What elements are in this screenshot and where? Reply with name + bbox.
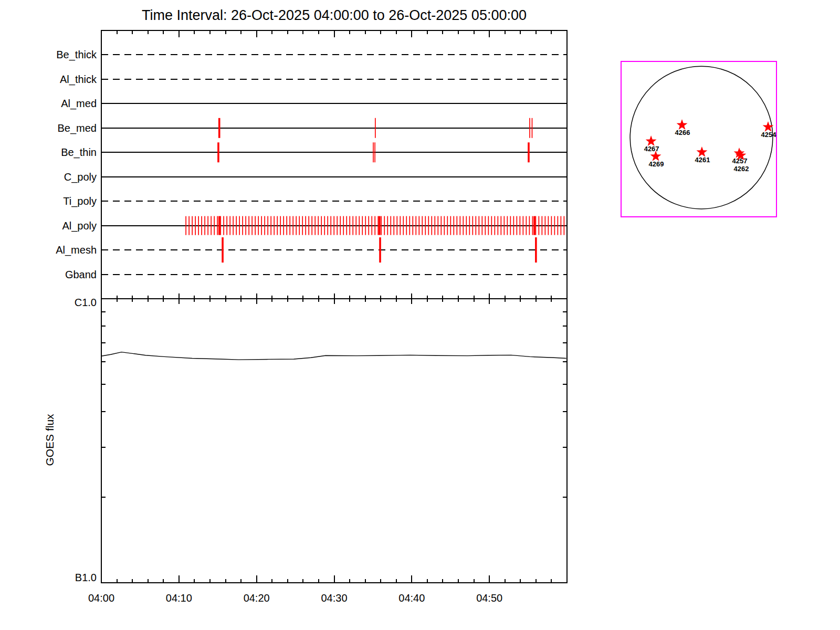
active-region-label-4261: 4261: [695, 156, 710, 164]
x-tick-label: 04:50: [476, 592, 502, 604]
active-region-label-4254: 4254: [761, 131, 777, 139]
active-region-star-4266: [677, 119, 688, 130]
x-tick-label: 04:10: [166, 592, 192, 604]
active-region-label-4262: 4262: [733, 165, 749, 173]
y-axis-top-label: C1.0: [75, 297, 97, 308]
plot-canvas: Be_thickAl_thickAl_medBe_medBe_thinC_pol…: [0, 0, 840, 630]
active-region-star-4261: [697, 146, 708, 157]
filter-label-Be_thin: Be_thin: [61, 146, 97, 159]
active-region-label-4267: 4267: [644, 145, 659, 153]
figure-title: Time Interval: 26-Oct-2025 04:00:00 to 2…: [101, 7, 567, 24]
observation-timeline-figure: Time Interval: 26-Oct-2025 04:00:00 to 2…: [0, 0, 840, 630]
filter-label-C_poly: C_poly: [64, 171, 97, 183]
filter-label-Be_thick: Be_thick: [56, 49, 97, 61]
filter-label-Al_thick: Al_thick: [60, 74, 97, 86]
inset-border: [621, 61, 776, 217]
solar-disk-inset: 4266425442674269426142574262: [621, 61, 776, 217]
y-axis-bottom-label: B1.0: [75, 572, 97, 583]
x-tick-label: 04:30: [321, 592, 347, 604]
filter-label-Al_poly: Al_poly: [62, 220, 97, 232]
active-region-star-4267: [646, 135, 657, 146]
filter-label-Be_med: Be_med: [58, 122, 97, 134]
active-region-star-4254: [763, 121, 774, 132]
x-tick-label: 04:20: [244, 592, 270, 604]
goes-panel-border: [101, 299, 567, 583]
x-tick-label: 04:40: [398, 592, 425, 604]
x-tick-label: 04:00: [88, 592, 114, 604]
filter-channel-timeline-panel: Be_thickAl_thickAl_medBe_medBe_thinC_pol…: [56, 30, 567, 304]
goes-flux-axis-label: GOES flux: [44, 414, 56, 466]
active-region-label-4266: 4266: [675, 129, 690, 136]
active-region-label-4269: 4269: [649, 160, 664, 168]
filter-label-Ti_poly: Ti_poly: [63, 195, 97, 207]
filter-panel-border: [101, 30, 567, 299]
goes-flux-panel: 04:0004:1004:2004:3004:4004:50C1.0B1.0GO…: [44, 297, 567, 604]
filter-label-Gband: Gband: [65, 269, 97, 280]
filter-label-Al_med: Al_med: [61, 98, 97, 110]
goes-flux-curve: [101, 352, 566, 360]
filter-label-Al_mesh: Al_mesh: [56, 244, 97, 256]
